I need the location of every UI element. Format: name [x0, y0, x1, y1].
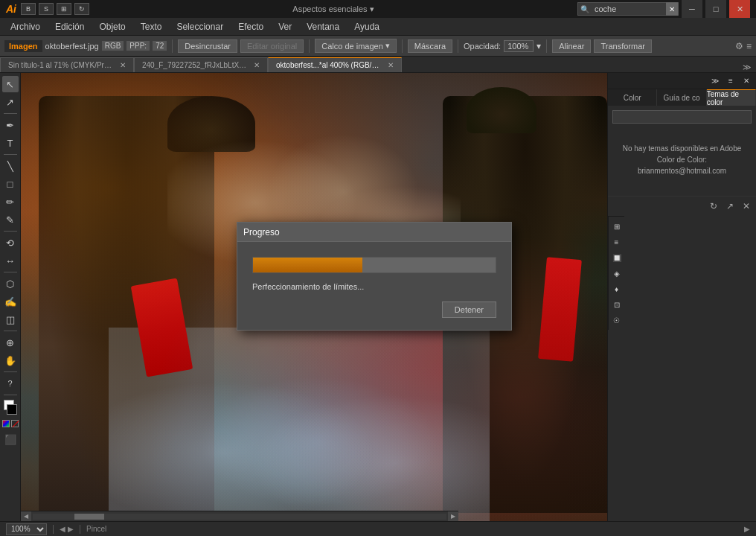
- progress-dialog: Progreso Perfeccionamiento de límites...…: [237, 222, 512, 331]
- tool-drawing-mode[interactable]: ⬛: [2, 431, 19, 447]
- progress-buttons: Detener: [252, 302, 496, 318]
- panel-expand-button[interactable]: ≫: [708, 74, 722, 88]
- tool-direct-select[interactable]: ↗: [2, 94, 19, 110]
- mini-tool-0[interactable]: ⊞: [610, 220, 624, 233]
- mini-tool-2[interactable]: 🔲: [610, 251, 624, 264]
- main-layout: ↖ ↗ ✒ T ╲ □ ✏ ✎ ⟲ ↔ ⬡ ✍ ◫ ⊕ ✋ ?: [0, 73, 756, 536]
- tool-gradient[interactable]: ◫: [2, 311, 19, 328]
- ctx-sep5: [546, 39, 547, 53]
- tool-paintbrush[interactable]: ✏: [2, 194, 19, 210]
- menu-texto[interactable]: Texto: [133, 20, 170, 34]
- desincrustar-button[interactable]: Desincrustar: [178, 39, 237, 53]
- panel-tab-color[interactable]: Color: [608, 89, 657, 106]
- ctx-ppp-value: 72: [153, 41, 167, 51]
- menu-ver[interactable]: Ver: [271, 20, 299, 34]
- tb-icon-s[interactable]: S: [39, 3, 54, 15]
- tab-close-0[interactable]: ✕: [120, 61, 126, 69]
- transformar-button[interactable]: Transformar: [594, 39, 652, 53]
- fill-stroke-area: [2, 400, 19, 416]
- menu-efecto[interactable]: Efecto: [231, 20, 271, 34]
- app-logo: Ai: [6, 3, 16, 15]
- tool-type[interactable]: T: [2, 135, 19, 151]
- tool-pen[interactable]: ✒: [2, 117, 19, 133]
- panel-close-button[interactable]: ✕: [740, 74, 753, 88]
- opacidad-arrow: ▾: [536, 41, 541, 51]
- ctx-opacidad-label: Opacidad:: [464, 42, 501, 51]
- panel-refresh-button[interactable]: ↻: [707, 200, 720, 213]
- tb-icon-grid[interactable]: ⊞: [57, 3, 71, 15]
- tab-close-1[interactable]: ✕: [254, 61, 260, 69]
- menu-objeto[interactable]: Objeto: [92, 20, 132, 34]
- mascara-button[interactable]: Máscara: [408, 39, 452, 53]
- tool-line[interactable]: ╲: [2, 158, 19, 174]
- scroll-track[interactable]: [33, 514, 446, 520]
- scroll-left-button[interactable]: ◀: [21, 511, 31, 522]
- title-bar-icon-group: B S ⊞ ↻: [21, 3, 89, 15]
- opacidad-input[interactable]: [504, 40, 534, 52]
- panel-menu-button[interactable]: ≡: [724, 74, 737, 88]
- close-button[interactable]: ✕: [729, 0, 750, 18]
- scroll-right-button[interactable]: ▶: [448, 511, 458, 522]
- calco-imagen-button[interactable]: Calco de imagen▾: [315, 39, 397, 53]
- tab-close-2[interactable]: ✕: [388, 61, 394, 69]
- menu-archivo[interactable]: Archivo: [3, 20, 48, 34]
- stroke-box[interactable]: [7, 404, 17, 415]
- tool-eyedropper[interactable]: ✍: [2, 293, 19, 310]
- menu-seleccionar[interactable]: Seleccionar: [169, 20, 231, 34]
- panel-tab-temas[interactable]: Temas de color: [707, 89, 756, 106]
- mini-tool-4[interactable]: ♦: [610, 282, 624, 296]
- artboard-size: ◀: [60, 525, 65, 533]
- mini-tool-3[interactable]: ◈: [610, 267, 624, 280]
- color-search-input[interactable]: [612, 110, 752, 124]
- hat-2: [467, 87, 537, 133]
- progress-title-bar: Progreso: [237, 223, 511, 242]
- canvas-area[interactable]: Progreso Perfeccionamiento de límites...…: [21, 73, 607, 536]
- ctx-options-icon: ⚙: [735, 41, 743, 51]
- detener-button[interactable]: Detener: [442, 302, 496, 318]
- zoom-select[interactable]: 25% 50% 71% 100% 150% 200% 400%: [6, 523, 47, 535]
- alinear-button[interactable]: Alinear: [552, 39, 591, 53]
- tool-question[interactable]: ?: [2, 375, 19, 392]
- search-clear-button[interactable]: ✕: [666, 2, 678, 16]
- tb-icon-b[interactable]: B: [21, 3, 36, 15]
- doc-tab-2[interactable]: oktoberfest...*al 400% (RGB/Previsuali..…: [268, 57, 402, 72]
- mini-tool-1[interactable]: ≡: [610, 235, 624, 249]
- ctx-sep3: [402, 39, 403, 53]
- doc-tab-0[interactable]: Sin título-1 al 71% (CMYK/Previsuali... …: [0, 57, 134, 72]
- mini-tool-6[interactable]: ☉: [610, 313, 624, 327]
- menu-ventana[interactable]: Ventana: [299, 20, 347, 34]
- workspace-dropdown-arrow: ▾: [370, 4, 374, 13]
- ctx-section-label: Imagen: [4, 40, 42, 52]
- panel-tab-guia[interactable]: Guía de co: [657, 89, 706, 106]
- tool-rect[interactable]: □: [2, 176, 19, 192]
- minimize-button[interactable]: ─: [682, 0, 702, 18]
- tool-pencil[interactable]: ✎: [2, 211, 19, 228]
- tool-sep2: [4, 154, 17, 155]
- gradient-box[interactable]: [2, 420, 10, 427]
- status-right-icon: ▶: [744, 525, 750, 533]
- tool-scale[interactable]: ↔: [2, 252, 19, 269]
- tool-blend[interactable]: ⬡: [2, 275, 19, 292]
- status-sep2: [80, 525, 80, 534]
- panel-share-button[interactable]: ↗: [723, 200, 737, 213]
- maximize-button[interactable]: □: [705, 0, 726, 18]
- tool-zoom[interactable]: ⊕: [2, 334, 19, 351]
- search-box[interactable]: 🔍 ✕: [577, 2, 679, 16]
- tool-hand[interactable]: ✋: [2, 352, 19, 368]
- doc-tab-1[interactable]: 240_F_79227252_fRJxLbLtXZzw2D2tyyuMl4i58…: [134, 57, 268, 72]
- right-mini-toolbar: ⊞ ≡ 🔲 ◈ ♦ ⊡ ☉: [608, 216, 624, 330]
- menu-bar: Archivo Edición Objeto Texto Seleccionar…: [0, 18, 756, 36]
- progress-title: Progreso: [243, 227, 280, 237]
- search-input[interactable]: [592, 4, 666, 13]
- panel-footer-close-button[interactable]: ✕: [740, 200, 753, 213]
- tabs-overflow-button[interactable]: ≫: [738, 63, 756, 72]
- menu-edicion[interactable]: Edición: [48, 20, 92, 34]
- tb-icon-refresh[interactable]: ↻: [74, 3, 89, 15]
- menu-ayuda[interactable]: Ayuda: [347, 20, 387, 34]
- artboard-info: ◀ ▶: [60, 525, 74, 533]
- mini-tool-5[interactable]: ⊡: [610, 298, 624, 311]
- tool-rotate[interactable]: ⟲: [2, 234, 19, 251]
- none-box[interactable]: [11, 420, 19, 427]
- editar-original-button[interactable]: Editar original: [240, 39, 304, 53]
- tool-select[interactable]: ↖: [2, 76, 19, 92]
